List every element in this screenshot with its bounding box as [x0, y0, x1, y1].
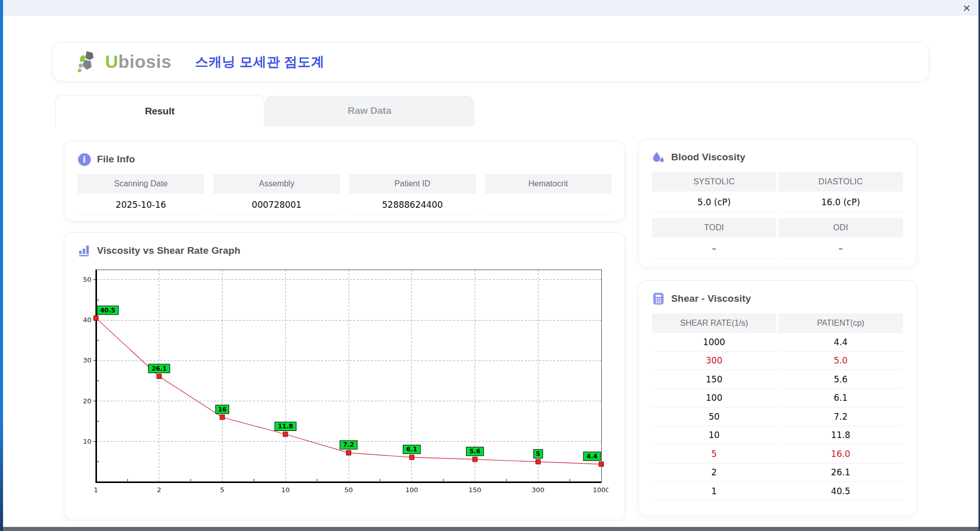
svg-text:4.4: 4.4 [586, 453, 597, 460]
svg-text:50: 50 [83, 276, 91, 283]
shear-viscosity-title: Shear - Viscosity [671, 293, 751, 304]
graph-title: Viscosity vs Shear Rate Graph [97, 245, 240, 256]
shear-viscosity-header: Shear - Viscosity [639, 281, 916, 305]
svg-text:7.2: 7.2 [343, 441, 354, 448]
column-header: TODI [652, 218, 776, 237]
svg-text:1: 1 [94, 486, 98, 494]
svg-text:5.6: 5.6 [470, 448, 480, 455]
column-header: ODI [778, 218, 903, 237]
shear-viscosity-table: SHEAR RATE(1/s)PATIENT(cp) 10004.43005.0… [652, 313, 903, 501]
column-header: PATIENT(cp) [778, 313, 903, 333]
file-info-field: Hematocrit [485, 174, 611, 216]
bar-chart-icon [78, 244, 91, 257]
svg-text:5: 5 [220, 486, 224, 494]
shear-viscosity-table-header: SHEAR RATE(1/s)PATIENT(cp) [652, 313, 903, 333]
close-icon[interactable]: × [960, 1, 973, 14]
value-cell: – [778, 237, 903, 259]
patient-cell: 6.1 [778, 389, 903, 408]
field-value [485, 194, 611, 216]
table-row: 226.1 [652, 464, 903, 482]
window-titlebar: × [3, 0, 978, 15]
file-info-fields: Scanning Date2025-10-16Assembly000728001… [78, 174, 611, 216]
table-row: 1011.8 [652, 426, 903, 445]
info-icon: i [78, 153, 91, 166]
column-header: DIASTOLIC [778, 172, 903, 191]
blood-viscosity-value-row: –– [652, 237, 903, 259]
field-label: Patient ID [349, 174, 476, 194]
window-bottom-edge [0, 527, 980, 531]
svg-text:100: 100 [405, 486, 418, 494]
droplets-icon [652, 151, 665, 164]
blood-viscosity-value-row: 5.0 (cP)16.0 (cP) [652, 191, 903, 213]
patient-cell: 5.6 [778, 370, 903, 389]
svg-text:16: 16 [218, 406, 227, 413]
svg-text:300: 300 [532, 486, 545, 494]
svg-text:40.5: 40.5 [100, 307, 115, 314]
brand-initial: U [105, 52, 118, 71]
svg-text:10: 10 [281, 486, 290, 494]
shear-rate-cell: 5 [652, 445, 776, 464]
graph-header: Viscosity vs Shear Rate Graph [64, 233, 625, 257]
calculator-icon [652, 292, 665, 305]
brand-rest: biosis [118, 52, 172, 71]
blood-viscosity-header-row: SYSTOLICDIASTOLIC [652, 172, 903, 191]
page-title: 스캐닝 모세관 점도계 [195, 53, 325, 71]
shear-rate-cell: 100 [652, 389, 776, 408]
shear-rate-cell: 1 [652, 482, 776, 501]
patient-cell: 16.0 [778, 445, 903, 464]
table-row: 1505.6 [652, 370, 903, 389]
svg-text:30: 30 [83, 356, 91, 364]
column-header: SYSTOLIC [652, 172, 776, 191]
blood-viscosity-header-row: TODIODI [652, 218, 903, 237]
field-label: Hematocrit [485, 174, 611, 194]
tab-result[interactable]: Result [55, 95, 264, 127]
field-value: 2025-10-16 [78, 194, 204, 216]
svg-text:2: 2 [157, 486, 161, 494]
brand-name: Ubiosis [105, 52, 172, 72]
shear-rate-cell: 10 [652, 426, 776, 445]
shear-viscosity-table-body: 10004.43005.01505.61006.1507.21011.8516.… [652, 333, 903, 501]
svg-text:10: 10 [83, 438, 91, 445]
graph-card: Viscosity vs Shear Rate Graph 1020304050… [64, 232, 625, 520]
svg-text:5: 5 [536, 450, 540, 457]
file-info-field: Patient ID52888624400 [349, 174, 476, 216]
table-row: 10004.4 [652, 333, 903, 352]
file-info-field: Scanning Date2025-10-16 [78, 174, 204, 216]
field-value: 000728001 [213, 194, 340, 216]
blood-viscosity-title: Blood Viscosity [671, 152, 745, 163]
file-info-card: i File Info Scanning Date2025-10-16Assem… [64, 141, 625, 222]
header-card: Ubiosis 스캐닝 모세관 점도계 [53, 42, 929, 82]
shear-rate-cell: 50 [652, 407, 776, 426]
file-info-header: i File Info [64, 141, 625, 166]
field-value: 52888624400 [349, 194, 476, 216]
blood-viscosity-card: Blood Viscosity SYSTOLICDIASTOLIC5.0 (cP… [638, 139, 917, 268]
value-cell: – [652, 237, 776, 259]
table-row: 507.2 [652, 407, 903, 426]
blood-viscosity-header: Blood Viscosity [639, 139, 916, 164]
value-cell: 5.0 (cP) [652, 191, 776, 213]
svg-text:20: 20 [83, 397, 91, 405]
blood-viscosity-tables: SYSTOLICDIASTOLIC5.0 (cP)16.0 (cP)TODIOD… [652, 172, 903, 259]
shear-viscosity-card: Shear - Viscosity SHEAR RATE(1/s)PATIENT… [638, 280, 917, 516]
viscosity-shear-chart: 10203040501251050100150300100040.526.116… [78, 262, 625, 502]
value-cell: 16.0 (cP) [778, 191, 903, 213]
shear-rate-cell: 1000 [652, 333, 776, 352]
blood-viscosity-subtable: TODIODI–– [652, 218, 903, 259]
table-row: 140.5 [652, 482, 903, 501]
shear-rate-cell: 300 [652, 352, 776, 371]
svg-text:40: 40 [83, 316, 91, 324]
svg-text:150: 150 [469, 486, 481, 494]
svg-text:26.1: 26.1 [152, 365, 167, 372]
table-row: 1006.1 [652, 389, 903, 408]
svg-text:6.1: 6.1 [406, 446, 417, 453]
field-label: Scanning Date [78, 174, 204, 194]
patient-cell: 5.0 [778, 352, 903, 371]
column-header: SHEAR RATE(1/s) [652, 313, 776, 333]
table-row: 3005.0 [652, 352, 903, 371]
window-left-accent [0, 0, 3, 531]
ubiosis-logo-icon [77, 51, 101, 73]
file-info-title: File Info [97, 154, 135, 165]
patient-cell: 26.1 [778, 464, 903, 482]
svg-text:1000: 1000 [593, 486, 608, 494]
tab-raw-data[interactable]: Raw Data [265, 96, 474, 126]
